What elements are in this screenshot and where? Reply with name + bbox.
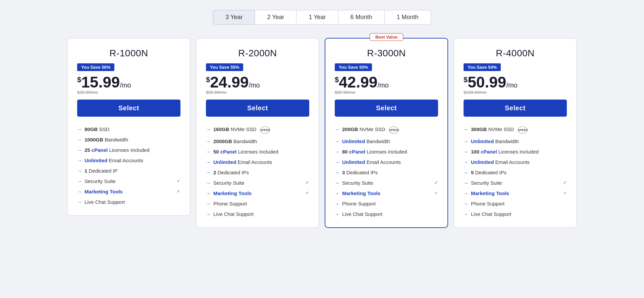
feature-bold: 25 xyxy=(85,147,90,153)
feature-text: Phone Support xyxy=(471,201,504,206)
feature-text: Bandwidth xyxy=(103,137,128,142)
chevron-down-icon[interactable]: ✓ xyxy=(434,180,438,185)
feature-item: →Unlimited Bandwidth xyxy=(335,136,438,146)
arrow-icon: → xyxy=(464,180,468,186)
feature-highlight: Unlimited xyxy=(342,159,365,165)
feature-bold: 100 xyxy=(471,149,479,155)
feature-content: Unlimited Email Accounts xyxy=(471,159,530,165)
arrow-icon: → xyxy=(335,170,339,175)
feature-content: 25 cPanel Licenses Included xyxy=(85,147,149,153)
feature-bold: 2000GB xyxy=(213,138,232,144)
price-old: $55.99/mo xyxy=(206,90,309,95)
period-tab-2-year[interactable]: 2 Year xyxy=(255,10,297,24)
chevron-down-icon[interactable]: ✓ xyxy=(563,190,567,195)
feature-item: →Phone Support xyxy=(335,198,438,209)
save-badge: You Save 50% xyxy=(335,63,372,71)
feature-text: Licenses Included xyxy=(365,149,407,155)
period-tab-1-year[interactable]: 1 Year xyxy=(297,10,338,24)
chevron-down-icon[interactable]: ✓ xyxy=(306,180,309,185)
feature-text: Live Chat Support xyxy=(342,211,382,217)
feature-content: Unlimited Email Accounts xyxy=(342,159,401,165)
feature-item: →Live Chat Support xyxy=(464,209,567,219)
chevron-down-icon[interactable]: ✓ xyxy=(434,190,438,195)
chevron-down-icon[interactable]: ✓ xyxy=(177,189,180,194)
feature-bold: 300GB xyxy=(471,126,487,132)
period-tab-3-year[interactable]: 3 Year xyxy=(213,10,255,24)
feature-text: Email Accounts xyxy=(236,159,272,165)
feature-content: 200GB NVMe SSD xyxy=(342,126,385,132)
feature-text: Marketing Tools xyxy=(342,190,380,196)
feature-highlight: Unlimited xyxy=(85,158,107,163)
feature-item: →Unlimited Email Accounts xyxy=(464,157,567,167)
select-button[interactable]: Select xyxy=(77,100,180,117)
chevron-down-icon[interactable]: ✓ xyxy=(563,180,567,185)
feature-item: →Marketing Tools✓ xyxy=(77,186,180,197)
feature-bold: 160GB xyxy=(213,126,229,132)
feature-item: →1000GB Bandwidth xyxy=(77,134,180,145)
feature-content: 300GB NVMe SSD xyxy=(471,126,514,132)
period-tab-1-month[interactable]: 1 Month xyxy=(385,10,431,24)
plan-name: R-4000N xyxy=(464,48,567,59)
feature-item: →2000GB Bandwidth xyxy=(206,136,309,146)
price-old: $109.99/mo xyxy=(464,90,567,95)
arrow-icon: → xyxy=(464,139,468,144)
arrow-icon: → xyxy=(335,191,339,196)
feature-highlight: Unlimited xyxy=(342,138,365,144)
feature-text: Dedicated IPs xyxy=(216,170,249,175)
arrow-icon: → xyxy=(77,179,82,184)
arrow-icon: → xyxy=(77,158,82,163)
feature-item: →25 cPanel Licenses Included xyxy=(77,145,180,155)
cpanel-highlight: cPanel xyxy=(220,149,236,155)
select-button[interactable]: Select xyxy=(464,100,567,117)
cpanel-highlight: cPanel xyxy=(481,149,497,155)
arrow-icon: → xyxy=(464,191,468,196)
arrow-icon: → xyxy=(464,212,468,217)
save-badge: You Save 54% xyxy=(464,63,501,71)
feature-text: Licenses Included xyxy=(108,147,149,153)
speed-icon: SPEED xyxy=(389,126,398,134)
feature-item: →Unlimited Email Accounts xyxy=(77,155,180,166)
chevron-down-icon[interactable]: ✓ xyxy=(177,178,180,183)
feature-content: 1 Dedicated IP xyxy=(85,168,117,174)
feature-content: 2 Dedicated IPs xyxy=(213,170,249,175)
arrow-icon: → xyxy=(206,170,211,175)
feature-content: 80 cPanel Licenses Included xyxy=(342,149,407,155)
feature-content: Unlimited Bandwidth xyxy=(471,138,519,144)
arrow-icon: → xyxy=(77,147,82,153)
price-main: $24.99/mo xyxy=(206,74,309,90)
period-tab-6-month[interactable]: 6 Month xyxy=(338,10,385,24)
feature-content: 5 Dedicated IPs xyxy=(471,170,506,175)
feature-text: Dedicated IP xyxy=(87,168,117,174)
feature-highlight: Unlimited xyxy=(471,138,494,144)
feature-text: Licenses Included xyxy=(236,149,278,155)
price-main: $50.99/mo xyxy=(464,74,567,90)
select-button[interactable]: Select xyxy=(335,100,438,117)
arrow-icon: → xyxy=(206,191,211,196)
feature-item: →Security Suite✓ xyxy=(77,176,180,186)
plan-card-r-4000n: R-4000NYou Save 54% $50.99/mo $109.99/mo… xyxy=(453,38,577,228)
feature-text: Email Accounts xyxy=(494,159,530,165)
feature-bold: 1000GB xyxy=(85,137,103,142)
feature-text: Bandwidth xyxy=(494,138,519,144)
feature-content: Unlimited Bandwidth xyxy=(342,138,390,144)
feature-item: →Phone Support xyxy=(206,198,309,209)
feature-highlight: Unlimited xyxy=(213,159,236,165)
cpanel-highlight: cPanel xyxy=(92,147,108,153)
arrow-icon: → xyxy=(206,139,211,144)
plan-card-r-2000n: R-2000NYou Save 55% $24.99/mo $55.99/mo … xyxy=(196,38,319,228)
feature-text: Email Accounts xyxy=(107,158,143,163)
features-list: →160GB NVMe SSDSPEED→2000GB Bandwidth→50… xyxy=(206,124,309,219)
plan-name: R-2000N xyxy=(206,48,309,59)
select-button[interactable]: Select xyxy=(206,100,309,117)
arrow-icon: → xyxy=(77,168,82,174)
speed-icon: SPEED xyxy=(260,126,270,134)
chevron-down-icon[interactable]: ✓ xyxy=(306,190,309,195)
feature-text: Dedicated IPs xyxy=(345,170,378,175)
feature-text: NVMe SSD xyxy=(358,126,385,132)
arrow-icon: → xyxy=(335,127,339,132)
feature-bold: 80GB xyxy=(85,126,98,132)
price-old: $85.99/mo xyxy=(335,90,438,95)
arrow-icon: → xyxy=(206,212,211,217)
arrow-icon: → xyxy=(206,180,211,186)
feature-text: NVMe SSD xyxy=(229,126,257,132)
